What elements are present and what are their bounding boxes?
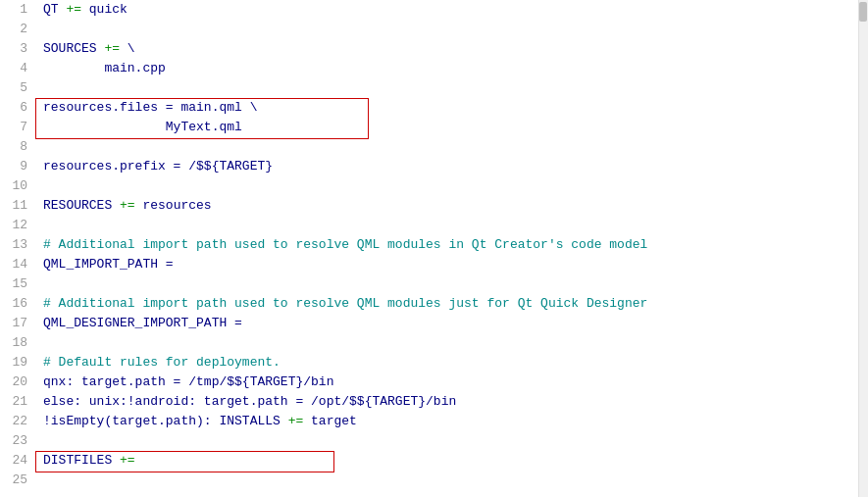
line-number-24: 24	[8, 451, 27, 471]
line-number-14: 14	[8, 255, 27, 274]
code-line-19: # Default rules for deployment.	[43, 353, 858, 373]
line-number-12: 12	[8, 216, 27, 235]
code-line-22: !isEmpty(target.path): INSTALLS += targe…	[43, 412, 858, 431]
code-line-21: else: unix:!android: target.path = /opt/…	[43, 392, 858, 412]
code-line-3: SOURCES += \	[43, 39, 858, 59]
code-line-12	[43, 216, 858, 235]
code-area[interactable]: QT += quick SOURCES += \ main.cpp resour…	[35, 0, 858, 490]
line-number-25: 25	[8, 471, 27, 490]
code-line-24: DISTFILES +=	[43, 451, 858, 471]
code-line-5	[43, 78, 858, 98]
line-number-22: 22	[8, 412, 27, 431]
code-line-8	[43, 137, 858, 157]
code-line-14: QML_IMPORT_PATH =	[43, 255, 858, 274]
code-line-13: # Additional import path used to resolve…	[43, 235, 858, 255]
code-line-2	[43, 20, 858, 39]
line-number-4: 4	[8, 59, 27, 78]
code-line-7: MyText.qml	[43, 118, 858, 137]
line-number-7: 7	[8, 118, 27, 137]
code-line-4: main.cpp	[43, 59, 858, 78]
line-number-11: 11	[8, 196, 27, 216]
code-line-1: QT += quick	[43, 0, 858, 20]
code-line-17: QML_DESIGNER_IMPORT_PATH =	[43, 314, 858, 333]
line-number-3: 3	[8, 39, 27, 59]
code-line-6: resources.files = main.qml \	[43, 98, 858, 118]
code-line-11: RESOURCES += resources	[43, 196, 858, 216]
scrollbar[interactable]	[858, 0, 868, 497]
editor-container: 1234567891011121314151617181920212223242…	[0, 0, 868, 497]
code-line-16: # Additional import path used to resolve…	[43, 294, 858, 314]
line-number-19: 19	[8, 353, 27, 373]
line-numbers: 1234567891011121314151617181920212223242…	[0, 0, 35, 497]
scrollbar-thumb[interactable]	[859, 2, 867, 22]
line-number-15: 15	[8, 274, 27, 294]
code-line-9: resources.prefix = /$${TARGET}	[43, 157, 858, 176]
code-line-25	[43, 471, 858, 490]
line-number-20: 20	[8, 373, 27, 392]
code-line-23	[43, 431, 858, 451]
line-number-5: 5	[8, 78, 27, 98]
line-number-10: 10	[8, 176, 27, 196]
line-number-17: 17	[8, 314, 27, 333]
line-number-2: 2	[8, 20, 27, 39]
code-line-18	[43, 333, 858, 353]
line-number-23: 23	[8, 431, 27, 451]
code-line-15	[43, 274, 858, 294]
code-line-20: qnx: target.path = /tmp/$${TARGET}/bin	[43, 373, 858, 392]
line-number-18: 18	[8, 333, 27, 353]
line-number-13: 13	[8, 235, 27, 255]
line-number-9: 9	[8, 157, 27, 176]
line-number-21: 21	[8, 392, 27, 412]
line-number-16: 16	[8, 294, 27, 314]
code-line-10	[43, 176, 858, 196]
line-number-6: 6	[8, 98, 27, 118]
line-number-8: 8	[8, 137, 27, 157]
line-number-1: 1	[8, 0, 27, 20]
